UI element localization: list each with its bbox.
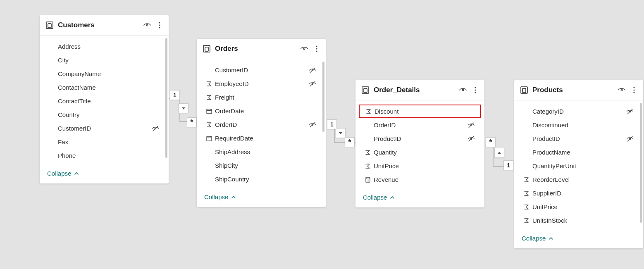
field-row[interactable]: OrderID [197,118,326,131]
more-options-icon[interactable] [155,21,164,29]
chevron-up-icon [74,171,79,176]
scrollbar[interactable] [322,62,324,132]
field-row[interactable]: ProductID [355,132,484,145]
field-row[interactable]: Discontinued [514,118,643,132]
collapse-button[interactable]: Collapse [40,166,169,183]
collapse-button[interactable]: Collapse [197,189,326,207]
hidden-eye-icon[interactable] [624,135,636,143]
field-row[interactable]: Fax [40,135,169,149]
field-label: CompanyName [57,70,150,77]
collapse-button[interactable]: Collapse [355,190,484,207]
chevron-up-icon [389,195,395,200]
visibility-icon[interactable] [143,21,151,29]
svg-point-11 [316,45,317,47]
visibility-icon[interactable] [459,86,467,94]
table-card-customers[interactable]: Customers AddressCityCompanyNameContactN… [40,15,169,183]
svg-rect-1 [48,24,51,28]
field-row[interactable]: Country [40,108,169,121]
table-card-order-details[interactable]: Order_Details DiscountOrderIDProductIDQu… [355,80,484,207]
field-row[interactable]: Phone [40,149,169,162]
field-row[interactable]: Quantity [355,145,484,159]
svg-point-13 [316,50,317,52]
svg-rect-9 [205,47,208,51]
hidden-eye-icon[interactable] [307,80,318,88]
hidden-eye-icon[interactable] [624,107,636,116]
card-header: Order_Details [355,80,484,100]
field-row[interactable]: ShipCity [197,159,326,172]
svg-line-15 [310,68,315,73]
sigma-icon [204,94,214,101]
chevron-up-icon [548,236,554,241]
field-label: ShipCity [214,162,307,169]
svg-line-7 [153,126,158,131]
table-card-orders[interactable]: Orders CustomerIDEmployeeIDFreightOrderD… [197,39,326,207]
field-label: ProductID [532,135,624,142]
visibility-icon[interactable] [300,45,308,53]
card-header: Customers [40,15,169,36]
sigma-icon [364,108,374,115]
calendar-icon [204,108,214,114]
field-row[interactable]: Address [40,40,169,53]
sigma-icon [204,81,214,87]
field-row[interactable]: OrderID [355,118,484,132]
cardinality-many-box: * [486,137,496,147]
calculator-icon [363,176,373,183]
more-options-icon[interactable] [630,86,638,94]
field-row[interactable]: CustomerID [197,63,326,77]
field-row[interactable]: ProductID [514,132,643,145]
field-row[interactable]: ShipCountry [197,172,326,186]
field-row[interactable]: ShipAddress [197,145,326,159]
model-view-canvas[interactable]: 1 * 1 * * 1 Customers [0,0,644,269]
field-label: RequiredDate [214,135,307,142]
hidden-eye-icon[interactable] [150,124,161,133]
field-row[interactable]: ContactTitle [40,94,169,108]
scrollbar[interactable] [165,38,167,158]
field-list: CustomerIDEmployeeIDFreightOrderDateOrde… [197,59,326,189]
field-row[interactable]: Freight [197,90,326,104]
more-options-icon[interactable] [471,86,479,94]
svg-rect-24 [207,136,212,141]
field-row[interactable]: SupplierID [514,186,643,200]
more-options-icon[interactable] [312,45,321,53]
field-row[interactable]: UnitPrice [355,159,484,173]
field-row[interactable]: Discount [359,105,481,118]
visibility-icon[interactable] [618,86,626,94]
hidden-eye-icon[interactable] [465,121,477,129]
svg-point-12 [316,48,317,49]
field-label: UnitsInStock [532,217,624,224]
field-label: UnitPrice [532,203,624,210]
field-row[interactable]: EmployeeID [197,77,326,90]
hidden-eye-icon[interactable] [465,135,477,143]
collapse-button[interactable]: Collapse [514,231,643,248]
field-list: AddressCityCompanyNameContactNameContact… [40,36,169,166]
svg-point-31 [475,87,476,88]
cardinality-one-box: 1 [170,90,180,100]
field-label: City [57,57,150,64]
field-row[interactable]: ProductName [514,145,643,159]
table-card-products[interactable]: Products CategoryIDDiscontinuedProductID… [514,80,643,248]
hidden-eye-icon[interactable] [307,121,318,129]
field-row[interactable]: UnitsInStock [514,214,643,227]
svg-point-46 [621,89,623,91]
filter-direction-box [494,148,504,158]
field-row[interactable]: QuantityPerUnit [514,159,643,173]
field-row[interactable]: CompanyName [40,67,169,81]
svg-line-17 [310,81,315,86]
hidden-eye-icon[interactable] [307,66,318,74]
field-row[interactable]: CustomerID [40,121,169,135]
sigma-icon [204,121,214,128]
collapse-label: Collapse [363,194,387,201]
sigma-icon [363,149,373,156]
scrollbar[interactable] [640,103,642,223]
field-label: Discontinued [532,121,624,129]
field-row[interactable]: ReorderLevel [514,173,643,186]
field-row[interactable]: ContactName [40,81,169,94]
field-label: ShipCountry [214,176,307,183]
field-row[interactable]: RequiredDate [197,131,326,145]
field-row[interactable]: OrderDate [197,104,326,118]
field-row[interactable]: City [40,53,169,67]
field-row[interactable]: CategoryID [514,105,643,118]
field-row[interactable]: UnitPrice [514,200,643,214]
svg-line-51 [627,109,632,114]
field-row[interactable]: Revenue [355,173,484,186]
